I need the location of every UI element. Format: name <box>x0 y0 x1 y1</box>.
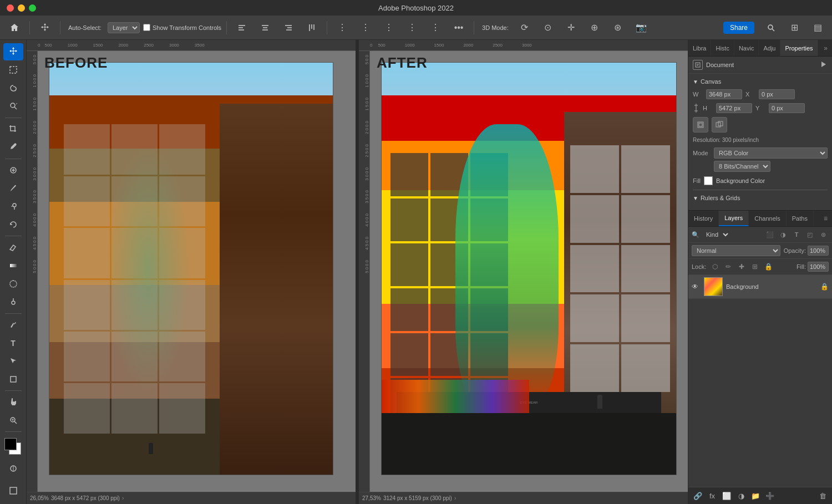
zoom-tool[interactable] <box>3 412 23 429</box>
search-button[interactable] <box>761 18 781 38</box>
fill-swatch[interactable] <box>704 176 713 185</box>
foreground-color-well[interactable] <box>4 438 17 450</box>
maximize-button[interactable] <box>29 4 36 12</box>
shape-tool[interactable] <box>3 371 23 388</box>
link-icon[interactable] <box>693 103 699 114</box>
move-tool[interactable] <box>3 43 23 60</box>
3d-pan-btn[interactable]: ✛ <box>561 18 581 38</box>
quick-select-tool[interactable] <box>3 98 23 115</box>
filter-type-icon[interactable]: T <box>791 229 802 240</box>
add-fx-btn[interactable]: fx <box>706 490 718 502</box>
transform-controls-input[interactable] <box>143 24 150 31</box>
y-input[interactable] <box>769 103 805 113</box>
align-right-btn[interactable] <box>278 18 298 38</box>
rulers-section-header[interactable]: ▼ Rulers & Grids <box>693 195 828 201</box>
color-wells[interactable] <box>3 437 23 454</box>
add-mask-btn[interactable]: ⬜ <box>721 490 733 502</box>
blur-tool[interactable] <box>3 275 23 292</box>
lock-transparent-btn[interactable]: ⬡ <box>709 261 721 272</box>
distribute-bottom-btn[interactable]: ⋮ <box>425 18 445 38</box>
transform-controls-checkbox[interactable]: Show Transform Controls <box>143 24 221 31</box>
move-tool-btn[interactable] <box>35 18 55 38</box>
filter-pixel-icon[interactable]: ⬛ <box>764 229 775 240</box>
after-canvas[interactable]: AFTER <box>370 51 688 492</box>
tab-properties[interactable]: Properties <box>780 40 818 56</box>
type-tool[interactable]: T <box>3 334 23 352</box>
align-center-btn[interactable] <box>255 18 275 38</box>
mode-select[interactable]: RGB Color <box>714 147 828 159</box>
width-input[interactable] <box>706 89 742 99</box>
panel-collapse-btn[interactable]: » <box>819 40 832 56</box>
new-fill-adj-btn[interactable]: ◑ <box>735 490 747 502</box>
after-arrow[interactable]: › <box>454 495 456 501</box>
opacity-input[interactable] <box>808 246 829 256</box>
x-input[interactable] <box>759 89 795 99</box>
3d-rotate-btn[interactable]: ⟳ <box>515 18 535 38</box>
canvas-section-header[interactable]: ▼ Canvas <box>693 78 828 85</box>
home-button[interactable] <box>4 18 24 38</box>
pen-tool[interactable] <box>3 317 23 334</box>
blend-mode-select[interactable]: Normal <box>692 245 780 256</box>
clone-stamp-tool[interactable] <box>3 198 23 215</box>
tab-layers[interactable]: Layers <box>719 211 749 226</box>
window-controls[interactable] <box>7 4 36 12</box>
tab-history[interactable]: History <box>688 211 719 226</box>
distribute-top-btn[interactable]: ⋮ <box>402 18 422 38</box>
play-button[interactable] <box>820 60 828 70</box>
before-canvas[interactable]: BEFORE <box>38 51 356 492</box>
marquee-tool[interactable] <box>3 62 23 79</box>
healing-brush-tool[interactable] <box>3 162 23 179</box>
gradient-tool[interactable] <box>3 257 23 274</box>
tab-histc[interactable]: Histc <box>711 40 734 56</box>
filter-adjust-icon[interactable]: ◑ <box>778 229 789 240</box>
3d-roll-btn[interactable]: ⊙ <box>538 18 558 38</box>
eyedropper-tool[interactable] <box>3 139 23 156</box>
height-input[interactable] <box>716 103 752 113</box>
lock-paint-btn[interactable]: ✏ <box>723 261 734 272</box>
distribute-center-btn[interactable]: ⋮ <box>356 18 376 38</box>
share-button[interactable]: Share <box>723 22 754 34</box>
panel-button[interactable]: ▤ <box>808 18 828 38</box>
tab-libra[interactable]: Libra <box>688 40 711 56</box>
close-button[interactable] <box>7 4 14 12</box>
layers-menu-btn[interactable]: ≡ <box>819 211 832 226</box>
more-options-btn[interactable]: ••• <box>449 18 469 38</box>
layer-visibility-icon[interactable]: 👁 <box>692 283 701 291</box>
fit-canvas-btn[interactable] <box>712 117 727 133</box>
distribute-left-btn[interactable]: ⋮ <box>332 18 352 38</box>
tab-adju[interactable]: Adju <box>759 40 780 56</box>
brush-tool[interactable] <box>3 180 23 197</box>
link-layers-btn[interactable]: 🔗 <box>692 490 704 502</box>
crop-tool[interactable] <box>3 120 23 138</box>
kind-select[interactable]: Kind <box>702 230 730 240</box>
tab-channels[interactable]: Channels <box>749 211 786 226</box>
minimize-button[interactable] <box>18 4 25 12</box>
layer-select[interactable]: Layer <box>108 22 140 33</box>
layer-item-background[interactable]: 👁 Background 🔒 <box>688 275 832 299</box>
3d-camera-btn[interactable]: 📷 <box>631 18 651 38</box>
align-left-btn[interactable] <box>232 18 252 38</box>
quick-mask-btn[interactable] <box>3 459 23 478</box>
bits-select[interactable]: 8 Bits/Channel <box>714 161 770 172</box>
dodge-tool[interactable] <box>3 293 23 310</box>
hand-tool[interactable] <box>3 394 23 411</box>
path-select-tool[interactable] <box>3 353 23 370</box>
tab-navic[interactable]: Navic <box>734 40 759 56</box>
eraser-tool[interactable] <box>3 239 23 256</box>
lock-all-btn[interactable]: 🔒 <box>763 261 774 272</box>
tab-paths[interactable]: Paths <box>787 211 814 226</box>
delete-layer-btn[interactable]: 🗑 <box>816 490 829 502</box>
screen-mode-btn[interactable] <box>3 481 23 501</box>
filter-smart-icon[interactable]: ⊛ <box>818 229 829 240</box>
new-group-btn[interactable]: 📁 <box>749 490 762 502</box>
workspace-button[interactable]: ⊞ <box>784 18 804 38</box>
lock-artboard-btn[interactable]: ⊞ <box>749 261 760 272</box>
lock-move-btn[interactable]: ✚ <box>736 261 747 272</box>
3d-scale-btn[interactable]: ⊛ <box>608 18 628 38</box>
3d-slide-btn[interactable]: ⊕ <box>585 18 605 38</box>
history-brush-tool[interactable] <box>3 216 23 233</box>
lasso-tool[interactable] <box>3 79 23 96</box>
align-top-btn[interactable] <box>302 18 322 38</box>
distribute-right-btn[interactable]: ⋮ <box>379 18 399 38</box>
before-arrow[interactable]: › <box>122 495 124 501</box>
